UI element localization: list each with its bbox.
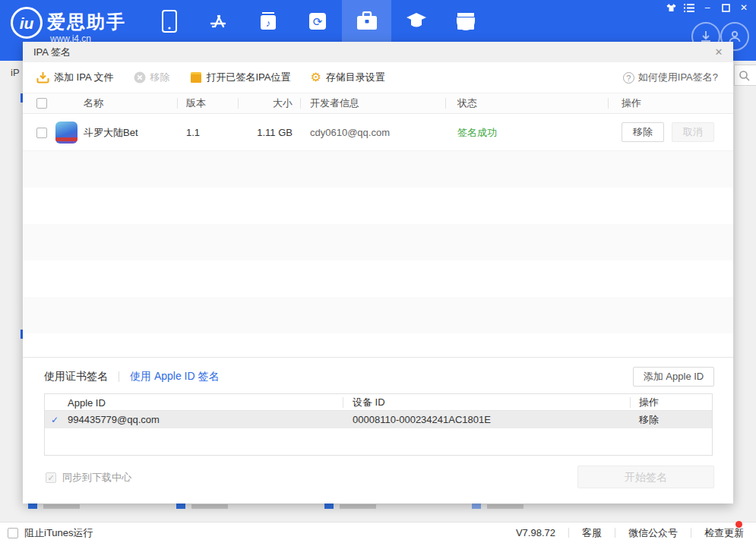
check-icon: ✓ — [47, 473, 54, 483]
maximize-icon[interactable] — [720, 2, 732, 13]
col-version: 版本 — [186, 93, 206, 114]
window-controls: – ✕ — [665, 2, 750, 13]
app-developer: cdy0610@qq.com — [310, 114, 390, 151]
empty-row — [23, 333, 733, 357]
search-input[interactable] — [734, 65, 756, 86]
app-size: 1.11 GB — [228, 114, 293, 151]
how-to-use-link[interactable]: ? 如何使用IPA签名? — [623, 62, 718, 93]
app-name: 斗罗大陆Bet — [84, 114, 138, 151]
folder-icon — [190, 71, 202, 84]
col-device-id: 设备 ID — [353, 394, 385, 411]
app-icon — [55, 122, 77, 144]
tab-flash-jailbreak[interactable]: ⟳ — [293, 0, 342, 42]
row-checkbox[interactable] — [36, 114, 47, 151]
cutoff-toolbox-item — [472, 504, 524, 510]
col-developer: 开发者信息 — [310, 93, 359, 114]
add-ipa-button[interactable]: 添加 IPA 文件 — [36, 71, 114, 84]
dialog-title: IPA 签名 — [33, 46, 71, 59]
minimize-icon[interactable]: – — [701, 2, 713, 13]
selected-check-icon: ✓ — [51, 415, 59, 425]
appstore-icon — [208, 11, 229, 32]
tool-icon — [324, 504, 334, 509]
cutoff-toolbox-item — [176, 504, 228, 510]
remove-ipa-label: 移除 — [150, 71, 170, 84]
add-file-icon — [36, 71, 49, 84]
tab-tutorials[interactable] — [391, 0, 441, 42]
block-itunes-checkbox[interactable] — [8, 528, 18, 538]
col-actions: 操作 — [622, 93, 641, 114]
col-size: 大小 — [228, 93, 293, 114]
remove-circle-icon — [134, 71, 146, 84]
row-cancel-button[interactable]: 取消 — [672, 122, 714, 142]
start-sign-button[interactable]: 开始签名 — [577, 466, 714, 488]
select-all-checkbox[interactable] — [36, 93, 47, 114]
i4-logo: iu — [11, 7, 43, 39]
apple-id-remove-link[interactable]: 移除 — [639, 411, 659, 428]
add-ipa-label: 添加 IPA 文件 — [54, 71, 114, 84]
svg-text:⟳: ⟳ — [312, 14, 322, 27]
col-id-actions: 操作 — [639, 394, 659, 411]
cutoff-toolbox-item — [324, 504, 376, 510]
sync-icon: ⟳ — [307, 11, 328, 32]
tab-my-device[interactable] — [144, 0, 194, 42]
tab-appleid-sign[interactable]: 使用 Apple ID 签名 — [130, 370, 219, 384]
underlying-page-text: iP — [11, 67, 20, 78]
block-itunes-label: 阻止iTunes运行 — [24, 526, 93, 540]
sign-method-tabs: 使用证书签名 使用 Apple ID 签名 — [44, 370, 219, 384]
sync-checkbox[interactable]: ✓ — [46, 472, 56, 483]
block-itunes-toggle[interactable]: 阻止iTunes运行 — [8, 526, 93, 540]
open-signed-location-label: 打开已签名IPA位置 — [207, 71, 291, 84]
col-apple-id: Apple ID — [68, 394, 106, 411]
wechat-link[interactable]: 微信公众号 — [615, 526, 691, 540]
storage-settings-button[interactable]: ⚙ 存储目录设置 — [311, 71, 385, 84]
status-badge: 签名成功 — [457, 114, 497, 151]
update-notification-dot — [735, 521, 742, 528]
graduation-cap-icon — [405, 11, 428, 31]
version-label: V7.98.72 — [503, 527, 568, 538]
tool-icon — [176, 504, 185, 509]
empty-row — [23, 260, 733, 297]
row-remove-button[interactable]: 移除 — [622, 122, 664, 142]
main-nav: ♪ ⟳ — [144, 0, 490, 42]
iphone-icon — [161, 10, 178, 33]
status-bar: 阻止iTunes运行 V7.98.72 客服 微信公众号 检查更新 — [0, 522, 756, 543]
apple-id-value: 994435779@qq.com — [68, 411, 160, 428]
empty-row — [23, 224, 733, 260]
dialog-toolbar: 添加 IPA 文件 移除 打开已签名IPA位置 ⚙ 存储目录设置 ? 如何使用I… — [23, 62, 733, 93]
skin-icon[interactable] — [665, 2, 677, 13]
svg-text:♪: ♪ — [265, 17, 270, 29]
open-signed-location-button[interactable]: 打开已签名IPA位置 — [190, 71, 291, 84]
apple-id-table: Apple ID 设备 ID 操作 ✓ 994435779@qq.com 000… — [44, 393, 713, 456]
gear-icon: ⚙ — [311, 71, 321, 84]
remove-ipa-button[interactable]: 移除 — [134, 71, 170, 84]
tab-divider — [119, 371, 119, 382]
dialog-titlebar: IPA 签名 ✕ — [23, 42, 733, 62]
music-icon: ♪ — [258, 11, 279, 32]
support-link[interactable]: 客服 — [569, 526, 615, 540]
close-window-icon[interactable]: ✕ — [738, 2, 750, 13]
tab-cert-sign[interactable]: 使用证书签名 — [44, 370, 108, 384]
ipa-sign-dialog: IPA 签名 ✕ 添加 IPA 文件 移除 打开已签名IPA位置 ⚙ 存储目录设… — [23, 42, 733, 504]
add-apple-id-button[interactable]: 添加 Apple ID — [633, 367, 714, 387]
dialog-close-icon[interactable]: ✕ — [712, 46, 726, 59]
question-mark-icon: ? — [623, 72, 634, 84]
brand-title: 爱思助手 — [47, 10, 126, 34]
check-update-link[interactable]: 检查更新 — [691, 526, 744, 540]
storefront-icon — [454, 11, 477, 31]
tool-icon — [472, 504, 481, 509]
search-icon — [739, 70, 750, 81]
tab-ringtones-media[interactable]: ♪ — [243, 0, 293, 42]
col-name: 名称 — [84, 93, 103, 114]
sync-download-center[interactable]: ✓ 同步到下载中心 — [46, 471, 131, 485]
tab-store[interactable] — [441, 0, 490, 42]
table-row: 斗罗大陆Bet 1.1 1.11 GB cdy0610@qq.com 签名成功 … — [23, 114, 733, 151]
apple-id-row[interactable]: ✓ 994435779@qq.com 00008110-000234241AC1… — [45, 411, 712, 428]
tab-apps-games[interactable] — [194, 0, 243, 42]
device-id-value: 00008110-000234241AC1801E — [353, 411, 491, 428]
tab-toolbox[interactable] — [342, 0, 391, 42]
col-status: 状态 — [457, 93, 477, 114]
empty-row — [23, 297, 733, 333]
sync-label: 同步到下载中心 — [62, 471, 131, 485]
cutoff-toolbox-item — [28, 504, 80, 510]
menu-icon[interactable] — [683, 2, 695, 13]
